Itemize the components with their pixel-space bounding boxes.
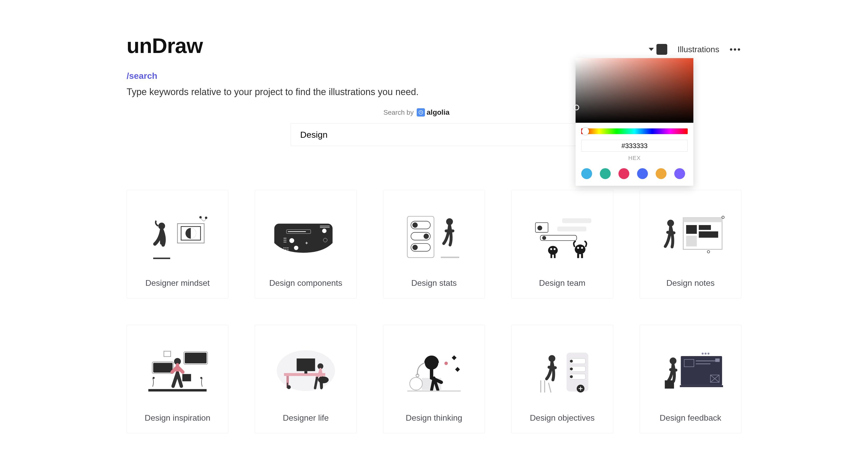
color-preset-3[interactable] bbox=[637, 168, 648, 179]
svg-rect-65 bbox=[182, 374, 191, 381]
svg-point-21 bbox=[287, 248, 288, 249]
color-preset-5[interactable] bbox=[674, 168, 685, 179]
color-picker-trigger[interactable] bbox=[649, 44, 667, 55]
color-preset-1[interactable] bbox=[600, 168, 611, 179]
svg-rect-51 bbox=[683, 218, 722, 222]
header: unDraw /search Type keywords relative to… bbox=[127, 0, 741, 97]
illustration-title: Design notes bbox=[666, 278, 715, 288]
color-picker-popover: HEX bbox=[576, 58, 693, 186]
illustration-title: Design team bbox=[539, 278, 586, 288]
svg-point-29 bbox=[424, 234, 429, 239]
brand-logo[interactable]: unDraw bbox=[127, 34, 419, 58]
color-preset-0[interactable] bbox=[581, 168, 592, 179]
illustration-thumbnail bbox=[645, 335, 736, 406]
svg-point-10 bbox=[289, 238, 294, 243]
color-preset-row bbox=[576, 167, 693, 186]
page-description: Type keywords relative to your project t… bbox=[127, 87, 419, 97]
illustration-thumbnail bbox=[132, 335, 223, 406]
illustration-card[interactable]: Designer mindset bbox=[127, 190, 228, 299]
svg-rect-52 bbox=[686, 225, 697, 234]
color-hue-slider[interactable] bbox=[581, 128, 688, 134]
illustration-title: Design thinking bbox=[406, 413, 462, 423]
illustration-grid: Designer mindset Design co bbox=[127, 190, 741, 433]
color-saturation-value-area[interactable] bbox=[576, 58, 693, 123]
svg-point-58 bbox=[707, 251, 710, 253]
svg-point-108 bbox=[708, 353, 710, 355]
illustration-card[interactable]: Design components bbox=[255, 190, 356, 299]
color-preset-2[interactable] bbox=[618, 168, 629, 179]
svg-rect-59 bbox=[153, 363, 173, 373]
svg-rect-44 bbox=[581, 254, 583, 258]
svg-point-83 bbox=[410, 377, 423, 390]
illustration-title: Designer mindset bbox=[146, 278, 210, 288]
svg-rect-77 bbox=[321, 383, 323, 388]
search-attrib-prefix: Search by bbox=[383, 109, 413, 117]
page-path: /search bbox=[127, 71, 419, 81]
svg-rect-53 bbox=[699, 225, 711, 230]
svg-point-76 bbox=[318, 376, 329, 383]
svg-rect-61 bbox=[185, 353, 207, 363]
nav-link-illustrations[interactable]: Illustrations bbox=[678, 45, 719, 54]
svg-rect-68 bbox=[148, 389, 207, 392]
svg-point-106 bbox=[702, 353, 704, 355]
svg-rect-86 bbox=[455, 367, 460, 372]
search-input[interactable] bbox=[291, 123, 578, 146]
illustration-thumbnail bbox=[645, 201, 736, 271]
illustration-card[interactable]: Design thinking bbox=[383, 325, 485, 433]
svg-rect-110 bbox=[665, 380, 674, 389]
algolia-logo[interactable]: algolia bbox=[417, 108, 450, 117]
svg-point-94 bbox=[570, 375, 573, 378]
svg-rect-33 bbox=[441, 256, 459, 258]
svg-point-67 bbox=[200, 377, 202, 379]
algolia-icon bbox=[417, 108, 425, 117]
svg-point-27 bbox=[412, 223, 417, 228]
chevron-down-icon bbox=[649, 48, 654, 51]
algolia-text: algolia bbox=[427, 108, 450, 117]
color-hex-input[interactable] bbox=[581, 140, 688, 152]
svg-rect-79 bbox=[287, 383, 288, 387]
svg-rect-74 bbox=[304, 371, 307, 373]
illustration-card[interactable]: Design stats bbox=[383, 190, 485, 299]
svg-rect-111 bbox=[680, 385, 723, 387]
svg-point-45 bbox=[548, 246, 558, 255]
illustration-card[interactable]: Design objectives bbox=[511, 325, 613, 433]
svg-point-23 bbox=[285, 249, 286, 250]
color-sv-cursor[interactable] bbox=[574, 105, 579, 110]
svg-point-93 bbox=[570, 367, 573, 370]
illustration-card[interactable]: Design inspiration bbox=[127, 325, 228, 433]
svg-rect-54 bbox=[699, 232, 718, 238]
more-menu-icon[interactable]: ••• bbox=[730, 45, 741, 54]
color-hue-cursor[interactable] bbox=[582, 128, 589, 135]
illustration-thumbnail bbox=[132, 201, 223, 271]
color-preset-4[interactable] bbox=[656, 168, 666, 179]
svg-point-11 bbox=[294, 246, 299, 250]
search-attribution: Search by algolia bbox=[383, 108, 450, 117]
svg-rect-87 bbox=[407, 391, 461, 392]
svg-point-41 bbox=[578, 247, 580, 249]
svg-point-47 bbox=[554, 248, 556, 250]
svg-rect-63 bbox=[164, 351, 171, 357]
svg-rect-55 bbox=[686, 236, 697, 247]
illustration-title: Design stats bbox=[411, 278, 457, 288]
illustration-thumbnail bbox=[389, 335, 479, 406]
illustration-thumbnail bbox=[517, 335, 608, 406]
illustration-card[interactable]: Design feedback bbox=[640, 325, 741, 433]
svg-rect-7 bbox=[153, 257, 170, 259]
svg-point-12 bbox=[322, 229, 327, 233]
illustration-card[interactable]: Designer life bbox=[255, 325, 356, 433]
svg-point-107 bbox=[705, 353, 707, 355]
svg-point-84 bbox=[444, 362, 448, 365]
svg-point-40 bbox=[575, 244, 585, 254]
illustration-card[interactable]: Design team bbox=[511, 190, 613, 299]
svg-point-22 bbox=[283, 249, 284, 250]
illustration-thumbnail bbox=[260, 201, 351, 271]
svg-point-57 bbox=[722, 216, 724, 218]
svg-point-19 bbox=[283, 248, 284, 249]
illustration-thumbnail bbox=[389, 201, 479, 271]
illustration-card[interactable]: Design notes bbox=[640, 190, 741, 299]
svg-point-66 bbox=[153, 377, 154, 379]
illustration-title: Design objectives bbox=[530, 413, 595, 423]
current-color-swatch bbox=[656, 44, 667, 55]
svg-point-31 bbox=[412, 245, 417, 250]
illustration-title: Designer life bbox=[283, 413, 329, 423]
